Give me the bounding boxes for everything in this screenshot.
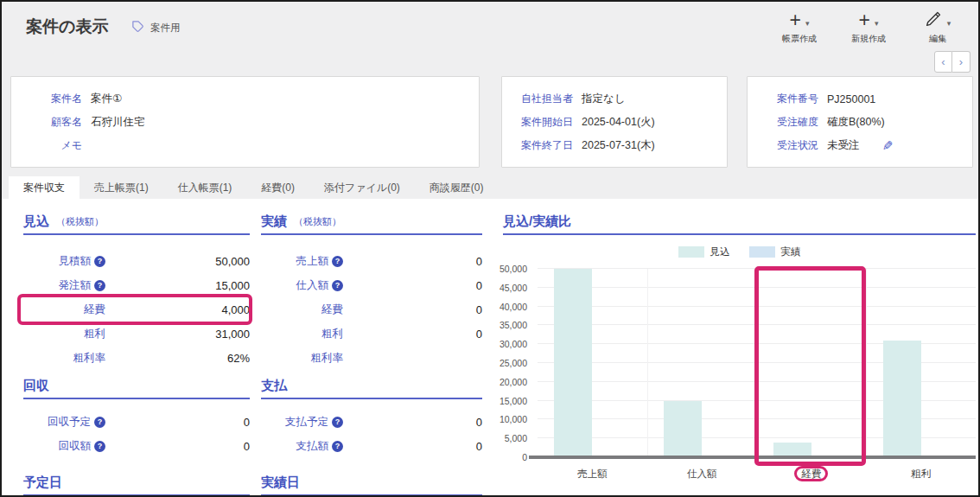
chevron-down-icon[interactable]: ▾ [805, 19, 810, 28]
field-row: 受注状況 未受注 ✎ [760, 134, 960, 157]
help-icon[interactable]: ? [332, 417, 343, 428]
help-icon[interactable]: ? [94, 441, 105, 452]
field-label: 案件名 [23, 92, 82, 106]
chart-legend-swatch [678, 246, 704, 258]
chart-ytick-label: 15,000 [500, 396, 527, 406]
estimate-amount-row: 見積額 ? 50,000 [23, 249, 250, 273]
section-title: 見込 [23, 213, 49, 230]
chart-bar-group [647, 269, 757, 457]
chart-title: 見込/実績比 [503, 213, 571, 230]
payment-amount-row: 支払額 ? 0 [261, 434, 482, 458]
edit-button[interactable]: ▾ 編集 [913, 9, 963, 45]
field-label: 受注確度 [760, 115, 818, 130]
next-record-button[interactable]: › [952, 51, 970, 73]
chart-bar-group [866, 269, 976, 457]
chart-ytick-label: 20,000 [500, 377, 527, 387]
chevron-down-icon[interactable]: ▾ [947, 19, 951, 28]
report-create-button[interactable]: + ▾ 帳票作成 [774, 9, 824, 45]
project-view-screen: 案件の表示 案件用 + ▾ 帳票作成 + ▾ 新規作成 [0, 0, 980, 497]
plus-icon: + [790, 10, 801, 30]
help-icon[interactable]: ? [94, 280, 105, 291]
tab-bar: 案件収支 売上帳票(1) 仕入帳票(1) 経費(0) 添付ファイル(0) 商談履… [9, 176, 498, 199]
row-value: 0 [476, 279, 482, 292]
tag-icon [131, 20, 144, 36]
chevron-down-icon[interactable]: ▾ [875, 19, 879, 28]
chart-x-label: 経費 [757, 468, 867, 481]
field-label: 案件終了日 [514, 138, 573, 153]
sales-amount-row: 売上額 ? 0 [261, 249, 482, 273]
section-subtitle: （税抜額） [294, 215, 341, 228]
field-row: 自社担当者 指定なし [514, 87, 715, 111]
record-tag[interactable]: 案件用 [131, 20, 181, 36]
field-row: メモ [23, 134, 467, 157]
row-label: 回収予定 [48, 415, 91, 430]
chart-ytick-label: 35,000 [500, 320, 527, 330]
row-label: 粗利 [321, 327, 343, 341]
tab-project-balance[interactable]: 案件収支 [9, 176, 80, 199]
row-label: 経費 [84, 303, 105, 317]
tab-sales-slips[interactable]: 売上帳票(1) [80, 176, 163, 199]
section-title: 実績日 [261, 475, 300, 491]
chart-section-heading: 見込/実績比 [503, 209, 976, 235]
row-label: 回収額 [59, 439, 92, 454]
help-icon[interactable]: ? [94, 256, 105, 267]
report-create-label: 帳票作成 [774, 33, 824, 45]
row-label: 見積額 [59, 254, 92, 269]
chart-x-label: 売上額 [538, 468, 647, 481]
collection-planned-row: 回収予定 ? 0 [23, 410, 250, 434]
field-label: 受注状況 [760, 138, 818, 153]
chart-x-label-text: 売上額 [577, 468, 608, 479]
field-label: 案件開始日 [514, 115, 573, 130]
actual-section-heading: 実績 （税抜額） [261, 209, 482, 235]
chart-x-axis-line [529, 456, 976, 459]
section-title: 支払 [261, 378, 287, 394]
tab-purchase-slips[interactable]: 仕入帳票(1) [163, 176, 247, 199]
section-title: 回収 [23, 378, 49, 394]
project-info-card: 案件名 案件① 顧客名 石狩川住宅 メモ [10, 76, 480, 168]
chart-legend: 見込実績 [503, 245, 976, 258]
row-value: 4,000 [221, 303, 250, 316]
field-value: 案件① [91, 92, 122, 106]
purchase-amount-row: 仕入額 ? 0 [261, 273, 482, 297]
help-icon[interactable]: ? [332, 441, 343, 452]
chart-ytick-label: 40,000 [500, 302, 527, 312]
row-label: 粗利率 [73, 351, 106, 366]
order-info-card: 案件番号 PJ250001 受注確度 確度B(80%) 受注状況 未受注 ✎ [747, 76, 973, 168]
row-value: 50,000 [215, 255, 250, 268]
prev-record-button[interactable]: ‹ [934, 51, 952, 73]
tab-attachments[interactable]: 添付ファイル(0) [309, 176, 415, 199]
field-label: メモ [23, 138, 82, 153]
field-row: 顧客名 石狩川住宅 [23, 111, 467, 134]
gross-profit-row: 粗利 31,000 [23, 322, 250, 346]
chart-legend-item: 実績 [749, 245, 801, 258]
section-title: 予定日 [23, 475, 62, 491]
estimate-section-heading: 見込 （税抜額） [23, 209, 250, 235]
chart-ytick-label: 30,000 [500, 339, 527, 349]
planned-date-section-heading: 予定日 [23, 470, 250, 496]
payment-planned-row: 支払予定 ? 0 [261, 410, 482, 434]
chart-ytick-label: 10,000 [500, 414, 527, 424]
help-icon[interactable]: ? [94, 417, 105, 428]
help-icon[interactable]: ? [332, 280, 343, 291]
row-value: 0 [476, 416, 482, 429]
row-label: 支払予定 [285, 415, 328, 430]
payment-section-heading: 支払 [261, 373, 482, 399]
section-title: 実績 [261, 213, 287, 230]
chart-legend-label: 実績 [781, 245, 801, 258]
new-create-label: 新規作成 [843, 33, 894, 45]
expense-row: 経費 0 [261, 297, 482, 322]
estimate-actual-chart: 05,00010,00015,00020,00025,00030,00035,0… [503, 269, 976, 457]
tab-expenses[interactable]: 経費(0) [246, 176, 309, 199]
record-pager: ‹ › [934, 51, 970, 73]
tab-negotiation-history[interactable]: 商談履歴(0) [415, 176, 499, 199]
help-icon[interactable]: ? [332, 256, 343, 267]
new-create-button[interactable]: + ▾ 新規作成 [843, 9, 894, 45]
page-title: 案件の表示 [26, 16, 108, 38]
chart-ytick-label: 5,000 [505, 433, 527, 443]
field-label: 自社担当者 [514, 92, 573, 106]
chart-x-label: 仕入額 [647, 468, 757, 481]
field-value: 指定なし [582, 92, 626, 106]
chart-y-axis: 05,00010,00015,00020,00025,00030,00035,0… [503, 269, 532, 457]
edit-order-status-pencil-icon[interactable]: ✎ [882, 138, 894, 154]
field-row: 案件終了日 2025-07-31(木) [514, 134, 715, 157]
